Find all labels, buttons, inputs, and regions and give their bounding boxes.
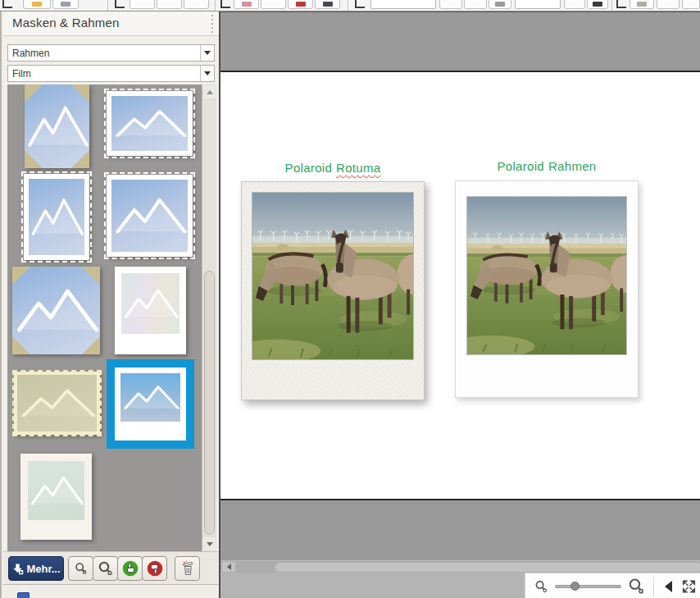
more-frames-button[interactable]: Mehr...	[8, 556, 64, 581]
panel-footer: Mehr...	[3, 551, 219, 584]
document-canvas[interactable]: PolaroidRotuma PolaroidRahmen	[219, 11, 700, 598]
top-toolbar	[0, 0, 700, 11]
scrollbar-thumb[interactable]	[204, 271, 215, 535]
dropdown-arrow-button[interactable]	[200, 66, 214, 81]
horse-photo	[467, 197, 626, 354]
download-plus-icon	[11, 563, 24, 575]
toolbar-button[interactable]	[261, 0, 286, 9]
canvas-background	[220, 500, 700, 560]
zoom-in-button[interactable]	[93, 556, 118, 581]
toolbar-button[interactable]	[489, 0, 511, 9]
thumbs-up-icon	[121, 559, 139, 577]
masks-frames-panel: Masken & Rahmen Rahmen Film	[0, 11, 219, 598]
subcategory-dropdown-value: Film	[8, 68, 200, 80]
panel-header: Masken & Rahmen	[3, 11, 219, 36]
toolbar-button[interactable]	[157, 0, 182, 9]
caption-word: Rahmen	[548, 159, 597, 173]
caption-polaroid-rotuma[interactable]: PolaroidRotuma	[241, 161, 425, 175]
horizontal-scrollbar[interactable]	[220, 560, 700, 573]
zoom-slider-thumb[interactable]	[570, 582, 580, 591]
toolbar-button[interactable]	[288, 0, 313, 9]
toolbar-icon[interactable]	[355, 0, 365, 8]
toolbar-button[interactable]	[682, 0, 700, 9]
toolbar-button[interactable]	[234, 0, 259, 9]
frame-thumbnail-sepia-deckle[interactable]	[14, 372, 100, 435]
caption-polaroid-rahmen[interactable]: PolaroidRahmen	[455, 159, 639, 173]
toolbar-icon[interactable]	[115, 0, 125, 8]
toolbar-button[interactable]	[587, 0, 608, 9]
zoom-slider-track[interactable]	[555, 585, 621, 588]
zoom-out-icon[interactable]	[534, 578, 549, 595]
scroll-down-button[interactable]	[203, 537, 216, 550]
frame-thumbnail-polaroid-classic-selected[interactable]	[107, 359, 194, 449]
toolbar-button[interactable]	[52, 0, 79, 9]
toolbar-button[interactable]	[630, 0, 654, 9]
toolbar-button[interactable]	[439, 0, 462, 9]
frame-thumbnail-photo-corners-portrait[interactable]	[25, 84, 89, 168]
app-window: Masken & Rahmen Rahmen Film	[0, 0, 700, 598]
toolbar-button[interactable]	[657, 0, 680, 9]
fit-to-window-icon[interactable]	[681, 578, 697, 595]
caption-prefix: Polaroid	[285, 161, 332, 175]
toolbar-button[interactable]	[130, 0, 155, 9]
collapse-panel-button[interactable]	[665, 581, 672, 592]
thumbs-up-button[interactable]	[117, 556, 143, 581]
dropdown-arrow-button[interactable]	[200, 45, 214, 61]
polaroid-frame-flat[interactable]	[455, 180, 639, 398]
frame-thumbnail-polaroid-vintage[interactable]	[20, 454, 92, 540]
frame-thumbnail-deckle-portrait[interactable]	[24, 174, 89, 260]
magnifier-minus-icon	[74, 561, 89, 576]
toolbar-icon[interactable]	[2, 0, 12, 8]
toolbar-button[interactable]	[184, 0, 209, 9]
toolbar-button[interactable]	[564, 0, 585, 9]
frame-thumbnail-polaroid-rainbow[interactable]	[115, 267, 186, 354]
category-dropdown[interactable]: Rahmen	[7, 44, 215, 62]
triangle-left-icon	[227, 564, 231, 570]
caption-prefix: Polaroid	[498, 159, 544, 173]
horse-photo	[252, 193, 413, 359]
frame-thumbnail-deckle-landscape[interactable]	[107, 91, 193, 156]
more-button-label: Mehr...	[26, 563, 60, 575]
chevron-down-icon	[204, 51, 211, 55]
panel-drag-handle-icon[interactable]	[211, 15, 214, 33]
magnifier-plus-icon	[98, 560, 114, 577]
document-page: PolaroidRotuma PolaroidRahmen	[220, 71, 700, 500]
status-icon	[17, 592, 30, 598]
category-dropdown-value: Rahmen	[8, 48, 200, 59]
zoom-in-icon[interactable]	[627, 577, 646, 596]
scroll-left-button[interactable]	[222, 562, 235, 572]
toolbar-field[interactable]	[370, 0, 436, 9]
toolbar-field[interactable]	[515, 0, 561, 9]
caption-word-misspelled: Rotuma	[336, 161, 380, 175]
frame-thumbnail-grid	[7, 84, 216, 551]
thumbs-down-icon	[146, 559, 164, 577]
panel-status-strip	[3, 584, 219, 598]
polaroid-frame-textured[interactable]	[241, 181, 425, 400]
subcategory-dropdown[interactable]: Film	[7, 65, 215, 82]
zoom-toolbar	[525, 573, 700, 598]
delete-frame-button[interactable]	[175, 556, 200, 581]
frame-thumbnail-deckle-square[interactable]	[107, 175, 193, 257]
scrollbar-thumb[interactable]	[275, 563, 700, 572]
toolbar-icon[interactable]	[220, 0, 230, 8]
triangle-down-icon	[207, 542, 213, 546]
toolbar-button[interactable]	[315, 0, 340, 9]
thumbs-down-button[interactable]	[142, 556, 167, 581]
frame-thumbnail-photo-corners-square[interactable]	[12, 267, 100, 354]
panel-title: Masken & Rahmen	[12, 16, 120, 30]
panel-scrollbar[interactable]	[202, 84, 216, 551]
trash-icon	[179, 559, 197, 577]
scroll-up-button[interactable]	[203, 85, 216, 98]
zoom-slider[interactable]	[555, 581, 621, 592]
triangle-up-icon	[207, 90, 213, 94]
toolbar-button[interactable]	[23, 0, 51, 9]
toolbar-icon[interactable]	[616, 0, 626, 8]
toolbar-button[interactable]	[464, 0, 487, 9]
chevron-down-icon	[204, 71, 211, 75]
zoom-out-button[interactable]	[68, 556, 93, 581]
